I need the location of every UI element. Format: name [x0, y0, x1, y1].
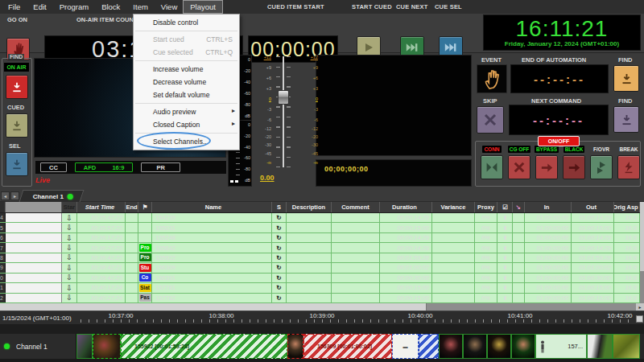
clip-thumbnail[interactable]	[93, 334, 121, 359]
live-indicator: Live	[35, 176, 50, 184]
playlist-row[interactable]: 7 ⇩ 10;36;27;22 Pro 155642 ↻ 00;00;14;29…	[0, 243, 640, 253]
menu-program[interactable]: Program	[53, 1, 95, 13]
event-hand-button[interactable]	[477, 64, 507, 93]
playlist-vertical-scrollbar[interactable]	[640, 202, 644, 303]
clip-thumbnail[interactable]	[511, 334, 535, 359]
menu-item[interactable]: Item	[126, 1, 154, 13]
menu-edit[interactable]: Edit	[27, 1, 52, 13]
clip-thumbnail[interactable]	[487, 334, 511, 359]
tab-scroll-left[interactable]: ◂	[1, 191, 10, 200]
clip-thumbnail[interactable]	[587, 334, 613, 359]
menu-audio-preview[interactable]: Audio preview▸	[134, 105, 239, 118]
menu-select-channels[interactable]: Select Channels...	[134, 135, 239, 148]
fader-scale-left: +12 +9 +6 +3 0 -3 -6 -12 -20 -30 -45 -∞	[254, 55, 271, 169]
menu-file[interactable]: File	[2, 1, 27, 13]
menu-decrease-volume[interactable]: Decrease volume	[134, 76, 239, 88]
menu-block[interactable]: Block	[95, 1, 126, 13]
menu-closed-caption[interactable]: Closed Caption▸	[134, 118, 239, 131]
menu-cue-selected[interactable]: Cue selectedCTRL+Q	[134, 46, 239, 59]
conn-button[interactable]	[481, 155, 503, 179]
go-on-label: GO ON	[7, 16, 27, 23]
scroll-right-button[interactable]: ▸	[636, 303, 644, 311]
menu-disable-control[interactable]: Disable control	[134, 16, 239, 29]
black-button[interactable]	[563, 155, 585, 179]
flag-icon: ⚑	[138, 202, 152, 212]
bypass-button[interactable]	[535, 155, 558, 179]
slate-mark: ▬	[403, 344, 408, 349]
cg-off-label: CG OFF	[508, 146, 531, 153]
clip-thumbnail[interactable]	[76, 334, 93, 359]
break-button[interactable]	[617, 155, 640, 179]
find-bottom-label: FIND	[618, 97, 633, 105]
play-icon	[364, 43, 374, 52]
clip-thumbnail[interactable]	[287, 334, 303, 359]
volume-fader: +12 +9 +6 +3 0 -3 -6 -12 -20 -30 -45 -∞ …	[254, 55, 315, 189]
clip-blue-striped[interactable]	[419, 334, 439, 359]
skip-sel-icon	[444, 43, 457, 52]
find-next-button[interactable]	[613, 106, 639, 133]
playlist-horizontal-scrollbar[interactable]: ▸	[0, 303, 644, 311]
start-cued-label: START CUED	[352, 3, 392, 10]
cg-off-button[interactable]	[508, 155, 530, 179]
arrow-right-icon	[568, 162, 580, 173]
clip-thumbnail[interactable]	[613, 334, 640, 359]
lightning-icon	[623, 161, 634, 174]
type-badge: Co	[139, 274, 151, 282]
timeline-ruler[interactable]: 1/15/2024 (GMT+01:00) 10:37:00 10:38:00 …	[0, 311, 644, 324]
find-eoa-button[interactable]	[613, 65, 639, 92]
hand-icon	[482, 68, 502, 89]
clip-thumbnail[interactable]	[463, 334, 487, 359]
onoff-button[interactable]: ON/OFF	[538, 136, 580, 146]
type-badge: Pro	[139, 244, 151, 252]
event-label: EVENT	[481, 56, 502, 64]
playout-app: File Edit Program Block Item View Playou…	[0, 0, 644, 362]
find-cued-button[interactable]	[6, 113, 28, 138]
bypass-label: BYPASS	[535, 146, 559, 153]
menu-start-cued[interactable]: Start cuedCTRL+S	[134, 33, 239, 46]
arrow-icon: ↘	[513, 202, 525, 212]
menu-view[interactable]: View	[155, 1, 184, 13]
pr-badge: PR	[141, 162, 180, 172]
fader-track[interactable]	[283, 56, 284, 167]
submenu-arrow-icon: ▸	[232, 107, 235, 114]
playlist-row[interactable]: 5 ⇩ 10;35;57;22 155031 ↻ 00;00;15;00 0% …	[0, 223, 640, 232]
clip-green-striped[interactable]: 155922 [00:01:59:28]	[121, 334, 287, 359]
timeline-scroll-stub[interactable]	[636, 315, 643, 323]
playlist-row[interactable]: 1 ⇩ 10;40;12;24 Slat 157781 ↻ 00;00;15;0…	[0, 283, 640, 293]
playlist-row[interactable]: 2 ⇩ 10;40;27;24 Pas 157782 ↻ 00;00;15;00…	[0, 294, 640, 303]
tab-channel-1[interactable]: Channel 1	[19, 190, 85, 202]
menu-set-default-volume[interactable]: Set default volume	[134, 88, 239, 101]
clip-label: 157...	[568, 343, 583, 350]
fovr-label: F/OVR	[592, 146, 611, 153]
on-air-status-bar: CC AFD 16:9 PR	[35, 161, 226, 174]
playlist-row[interactable]: 0 ⇩ 10;39;42;23 Co 156391 ↻ 00;00;30;00 …	[0, 274, 640, 283]
bottom-edge	[0, 359, 644, 362]
playlist-row[interactable]: 6 ⇩ 10;36;12;23 155248 ↻ 00;00;14;29 0% …	[0, 233, 640, 243]
find-sel-button[interactable]	[6, 152, 28, 176]
clip-person[interactable]: 157...	[535, 334, 587, 359]
playlist-row[interactable]: 9 ⇩ 10;38;42;21 Stu 156309 ↻ 00;01;00;02…	[0, 263, 640, 273]
tab-label: Channel 1	[33, 193, 64, 200]
next-command-display: --:--:--	[509, 105, 609, 135]
menu-playout[interactable]: Playout	[184, 1, 222, 13]
fovr-button[interactable]	[590, 155, 613, 179]
playout-menu: Disable control Start cuedCTRL+S Cue sel…	[133, 14, 240, 150]
clock-date: Friday, January 12, 2024 (GMT+01:00)	[505, 40, 619, 47]
fader-handle[interactable]	[278, 90, 289, 105]
clip-thumbnail[interactable]	[439, 334, 463, 359]
playlist-row[interactable]: 4 ⇩ 10;35;42;23 154239 ↻ 00;00;14;29 0% …	[0, 213, 640, 223]
tab-scroll-right[interactable]: ▸	[10, 191, 19, 200]
clip-label: 156309 [00:01:00:02]	[304, 343, 372, 349]
menu-increase-volume[interactable]: Increase volume	[134, 63, 239, 76]
download-icon	[11, 158, 23, 170]
skip-button[interactable]	[477, 106, 504, 134]
sel-label: SEL	[9, 142, 21, 150]
arrow-right-icon	[541, 162, 553, 173]
clip-red-striped[interactable]: 156309 [00:01:00:02]	[303, 334, 392, 359]
playlist-row[interactable]: 8 ⇩ 10;36;42;22 Pro 155922 ↻ 00;01;59;28…	[0, 253, 640, 263]
break-control: BREAK	[615, 146, 642, 179]
scrollbar-thumb[interactable]	[0, 303, 427, 311]
clip-slate[interactable]: ▬	[392, 334, 419, 359]
find-on-air-button[interactable]	[6, 75, 28, 99]
cg-off-control: CG OFF	[506, 146, 533, 179]
